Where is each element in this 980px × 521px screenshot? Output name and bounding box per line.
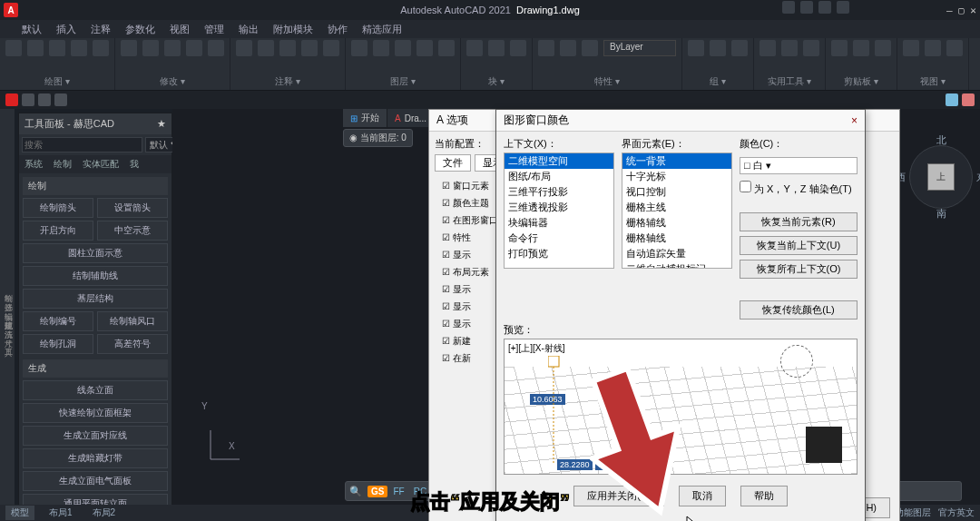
- menu-item[interactable]: 附加模块: [273, 23, 313, 36]
- ribbon-icon[interactable]: [301, 40, 318, 56]
- ribbon-group-label[interactable]: 绘图 ▾: [5, 75, 109, 88]
- ribbon-icon[interactable]: [710, 40, 726, 56]
- element-list[interactable]: 统一背景十字光标视口控制栅格主线栅格辅线栅格轴线自动追踪矢量二维自动捕捉标记三维…: [622, 152, 732, 269]
- ribbon-icon[interactable]: [121, 40, 137, 56]
- model-tab[interactable]: 模型: [5, 506, 34, 520]
- list-item[interactable]: 块编辑器: [505, 215, 613, 231]
- restore-all-button[interactable]: 恢复所有上下文(O): [740, 260, 858, 279]
- palette-button[interactable]: 绘制轴风口: [97, 311, 168, 331]
- menu-item[interactable]: 协作: [328, 23, 348, 36]
- ribbon-icon[interactable]: [186, 40, 202, 56]
- palette-button[interactable]: 绘制孔洞: [23, 334, 93, 354]
- palette-section-draw[interactable]: 绘制: [23, 177, 168, 195]
- palette-button[interactable]: 生成立面对应线: [23, 426, 168, 446]
- ribbon-icon[interactable]: [538, 40, 554, 56]
- ribbon-icon[interactable]: [946, 40, 963, 56]
- palette-search-input[interactable]: [22, 137, 142, 152]
- menu-item[interactable]: 插入: [56, 23, 76, 36]
- palette-button[interactable]: 高差符号: [97, 334, 168, 354]
- cancel-button[interactable]: 取消: [679, 486, 726, 506]
- drawing-canvas[interactable]: ⊞开始 ADra... ◉ 当前图层: 0 Y X 上 北 东 南 西 A 选项…: [172, 109, 980, 521]
- ribbon-icon[interactable]: [49, 40, 65, 56]
- ribbon-group-label[interactable]: 视图 ▾: [903, 75, 963, 88]
- ribbon-icon[interactable]: [510, 40, 526, 56]
- palette-button[interactable]: 绘制箭头: [23, 198, 93, 218]
- ribbon-icon[interactable]: [875, 40, 891, 56]
- ribbon-icon[interactable]: [373, 40, 389, 56]
- ribbon-icon[interactable]: [323, 40, 339, 56]
- list-item[interactable]: 打印预览: [505, 246, 613, 261]
- bylayer-dropdown[interactable]: ByLayer: [603, 40, 676, 56]
- ribbon-group-label[interactable]: 特性 ▾: [538, 75, 676, 88]
- list-item[interactable]: 栅格辅线: [622, 215, 731, 231]
- ribbon-icon[interactable]: [258, 40, 274, 56]
- ribbon-group-label[interactable]: 图层 ▾: [351, 75, 455, 88]
- palette-button[interactable]: 结制辅助线: [23, 266, 168, 286]
- model-tab[interactable]: 布局2: [87, 506, 122, 520]
- palette-button[interactable]: 绘制编号: [23, 311, 93, 331]
- ribbon-icon[interactable]: [488, 40, 505, 56]
- status-toggle[interactable]: 功能图层: [895, 506, 931, 519]
- window-controls[interactable]: — ▢ ✕: [946, 5, 976, 16]
- list-item[interactable]: 视口控制: [622, 184, 731, 200]
- context-list[interactable]: 二维模型空间图纸/布局三维平行投影三维透视投影块编辑器命令行打印预览: [504, 152, 614, 269]
- ribbon-icon[interactable]: [5, 40, 22, 56]
- palette-button[interactable]: 基层结构: [23, 289, 168, 309]
- apply-close-button[interactable]: 应用并关闭(A): [573, 486, 664, 506]
- status-toggle[interactable]: 官方英文: [938, 506, 975, 519]
- list-item[interactable]: 二维模型空间: [505, 153, 613, 169]
- ribbon-icon[interactable]: [27, 40, 44, 56]
- ribbon-icon[interactable]: [781, 40, 798, 56]
- palette-button[interactable]: 快速绘制立面框架: [23, 403, 168, 423]
- palette-button[interactable]: 生成立面电气面板: [23, 471, 168, 491]
- ribbon-icon[interactable]: [416, 40, 433, 56]
- options-tab[interactable]: 文件: [435, 154, 471, 172]
- cmd-alias[interactable]: FF: [393, 487, 404, 496]
- model-tab[interactable]: 布局1: [44, 506, 78, 520]
- restore-current-button[interactable]: 恢复当前元素(R): [740, 212, 858, 231]
- ribbon-group-label[interactable]: 注释 ▾: [236, 75, 339, 88]
- palette-tab[interactable]: 实体匹配: [77, 155, 124, 173]
- ribbon-icon[interactable]: [71, 40, 87, 56]
- palette-button[interactable]: 设置箭头: [97, 198, 168, 218]
- palette-button[interactable]: 生成暗藏灯带: [23, 448, 168, 468]
- menu-item[interactable]: 输出: [239, 23, 259, 36]
- color-select[interactable]: □ 白 ▾: [740, 157, 858, 174]
- ribbon-group-label[interactable]: 修改 ▾: [121, 75, 224, 88]
- list-item[interactable]: 图纸/布局: [505, 169, 613, 184]
- tab-start[interactable]: ⊞开始: [343, 109, 387, 127]
- ribbon-group-label[interactable]: 剪贴板 ▾: [831, 75, 891, 88]
- palette-tab[interactable]: 系统: [19, 155, 48, 173]
- menu-item[interactable]: 管理: [204, 23, 224, 36]
- ribbon-icon[interactable]: [925, 40, 941, 56]
- ribbon-icon[interactable]: [395, 40, 411, 56]
- menu-item[interactable]: 注释: [91, 23, 111, 36]
- tint-checkbox[interactable]: 为 X，Y，Z 轴染色(T): [740, 181, 858, 196]
- palette-tab[interactable]: 我: [124, 155, 144, 173]
- ribbon-group-label[interactable]: 组 ▾: [688, 75, 748, 88]
- ribbon-icon[interactable]: [208, 40, 224, 56]
- list-item[interactable]: 统一背景: [622, 153, 731, 169]
- ribbon-icon[interactable]: [236, 40, 252, 56]
- ribbon-icon[interactable]: [466, 40, 483, 56]
- list-item[interactable]: 二维自动捕捉标记: [622, 261, 731, 269]
- ribbon-icon[interactable]: [582, 40, 598, 56]
- gs-chip[interactable]: GS: [368, 486, 387, 497]
- palette-tab[interactable]: 绘制: [48, 155, 77, 173]
- ribbon-icon[interactable]: [351, 40, 368, 56]
- ribbon-icon[interactable]: [142, 40, 159, 56]
- ribbon-icon[interactable]: [93, 40, 109, 56]
- ribbon-icon[interactable]: [760, 40, 776, 56]
- ribbon-icon[interactable]: [164, 40, 181, 56]
- list-item[interactable]: 十字光标: [622, 169, 731, 184]
- ribbon-group-label[interactable]: 块 ▾: [466, 75, 526, 88]
- palette-button[interactable]: 开启方向: [23, 221, 93, 241]
- palette-button[interactable]: 圆柱立面示意: [23, 243, 168, 263]
- close-icon[interactable]: ×: [851, 114, 858, 127]
- grid-icon[interactable]: [946, 93, 958, 106]
- ribbon-icon[interactable]: [803, 40, 819, 56]
- palette-button[interactable]: 线条立面: [23, 380, 168, 400]
- ribbon-icon[interactable]: [731, 40, 748, 56]
- palette-button[interactable]: 中空示意: [97, 221, 168, 241]
- ribbon-icon[interactable]: [438, 40, 455, 56]
